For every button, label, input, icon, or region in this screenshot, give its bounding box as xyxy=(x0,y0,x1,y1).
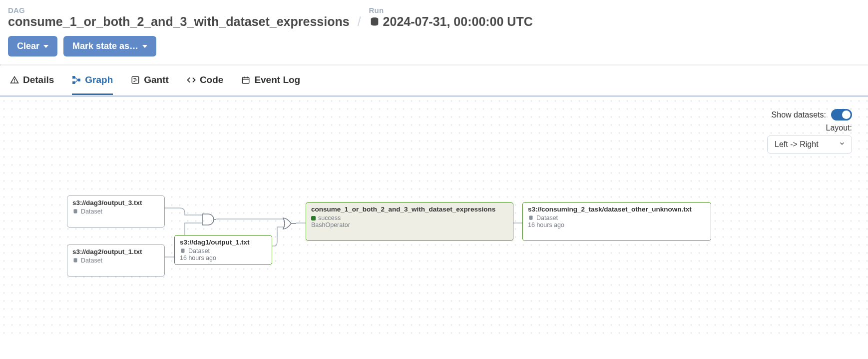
node-time: 16 hours ago xyxy=(180,254,267,262)
caret-down-icon xyxy=(43,45,48,48)
layout-select[interactable]: Left -> Right xyxy=(767,136,852,154)
database-icon xyxy=(72,208,78,214)
database-icon xyxy=(528,215,534,221)
database-icon xyxy=(369,16,380,28)
calendar-icon xyxy=(241,76,250,84)
status-success-icon xyxy=(311,216,316,220)
and-gate-icon xyxy=(201,213,216,226)
tab-event-log[interactable]: Event Log xyxy=(241,74,300,95)
node-time: 16 hours ago xyxy=(528,222,706,228)
node-title: consume_1_or_both_2_and_3_with_dataset_e… xyxy=(311,206,508,213)
tab-graph[interactable]: Graph xyxy=(72,74,113,95)
show-datasets-toggle[interactable] xyxy=(831,109,852,120)
graph-canvas[interactable]: Show datasets: Layout: Left -> Right xyxy=(0,97,868,337)
dag-label: DAG xyxy=(8,6,350,14)
tab-bar: Details Graph Gantt Code Event Log xyxy=(0,66,868,96)
breadcrumb-separator: / xyxy=(358,14,361,29)
warning-icon xyxy=(10,76,19,84)
node-title: s3://dag3/output_3.txt xyxy=(72,199,159,206)
clear-button[interactable]: Clear xyxy=(8,36,57,56)
node-title: s3://dag1/output_1.txt xyxy=(180,238,267,246)
dataset-node-ds1[interactable]: s3://dag1/output_1.txt Dataset 16 hours … xyxy=(174,235,272,265)
dataset-node-ds3[interactable]: s3://dag3/output_3.txt Dataset xyxy=(67,196,165,228)
svg-rect-12 xyxy=(243,78,250,84)
node-title: s3://consuming_2_task/dataset_other_unkn… xyxy=(528,206,706,213)
svg-rect-4 xyxy=(73,82,75,84)
node-status: success xyxy=(318,214,341,222)
chevron-down-icon xyxy=(839,140,846,149)
svg-rect-5 xyxy=(78,79,80,82)
svg-line-6 xyxy=(75,78,78,80)
run-label: Run xyxy=(369,6,533,14)
caret-down-icon xyxy=(142,45,147,48)
tab-code[interactable]: Code xyxy=(187,74,224,95)
svg-line-7 xyxy=(75,80,78,82)
tab-gantt[interactable]: Gantt xyxy=(131,74,169,95)
node-title: s3://dag2/output_1.txt xyxy=(72,248,159,256)
graph-icon xyxy=(72,76,81,84)
node-operator: BashOperator xyxy=(311,222,508,228)
task-node[interactable]: consume_1_or_both_2_and_3_with_dataset_e… xyxy=(306,202,513,241)
tab-details[interactable]: Details xyxy=(10,74,54,95)
dataset-node-ds-out[interactable]: s3://consuming_2_task/dataset_other_unkn… xyxy=(522,202,711,241)
database-icon xyxy=(72,258,78,264)
run-value[interactable]: 2024-07-31, 00:00:00 UTC xyxy=(369,14,533,29)
database-icon xyxy=(180,248,186,254)
mark-state-button[interactable]: Mark state as… xyxy=(63,36,156,56)
or-gate-icon xyxy=(282,217,297,230)
layout-label: Layout: xyxy=(826,124,852,132)
code-icon xyxy=(187,76,196,84)
gantt-icon xyxy=(131,76,140,84)
dataset-node-ds2[interactable]: s3://dag2/output_1.txt Dataset xyxy=(67,244,165,276)
dag-name[interactable]: consume_1_or_both_2_and_3_with_dataset_e… xyxy=(8,14,350,29)
breadcrumb: DAG consume_1_or_both_2_and_3_with_datas… xyxy=(8,6,860,29)
svg-point-2 xyxy=(14,82,15,82)
svg-rect-3 xyxy=(73,76,75,79)
show-datasets-label: Show datasets: xyxy=(772,110,826,120)
